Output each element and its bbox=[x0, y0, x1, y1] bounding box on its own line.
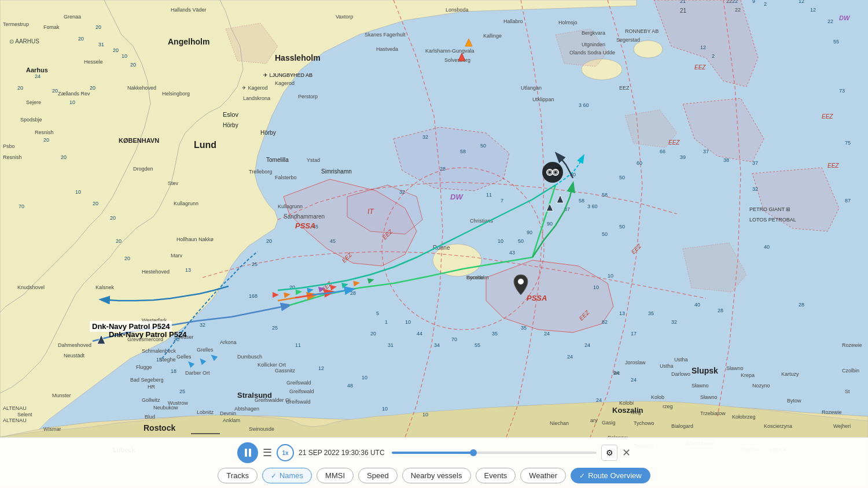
svg-text:⊙ AARHUS: ⊙ AARHUS bbox=[9, 38, 39, 45]
svg-text:24: 24 bbox=[596, 397, 602, 403]
svg-text:21: 21 bbox=[680, 0, 686, 4]
svg-text:21: 21 bbox=[680, 8, 687, 14]
svg-text:Utklippan: Utklippan bbox=[532, 97, 554, 102]
svg-text:Hessele: Hessele bbox=[84, 59, 103, 65]
svg-text:20: 20 bbox=[78, 36, 84, 42]
svg-text:10: 10 bbox=[362, 375, 367, 380]
filter-btn-tracks[interactable]: Tracks bbox=[218, 468, 258, 483]
svg-text:2: 2 bbox=[712, 53, 715, 59]
equalizer-icon[interactable]: ☰ bbox=[263, 446, 272, 459]
svg-text:12: 12 bbox=[318, 365, 324, 371]
svg-text:66: 66 bbox=[660, 149, 665, 154]
svg-text:HR: HR bbox=[148, 384, 155, 390]
svg-text:PSSA: PSSA bbox=[527, 294, 547, 302]
svg-text:Kalsnek: Kalsnek bbox=[95, 284, 115, 290]
timeline-thumb[interactable] bbox=[470, 449, 477, 456]
filter-label-mmsi: MMSI bbox=[325, 471, 345, 480]
svg-text:Kollicker Ort: Kollicker Ort bbox=[258, 362, 286, 368]
svg-text:24: 24 bbox=[584, 342, 590, 348]
svg-text:58: 58 bbox=[460, 149, 466, 154]
svg-text:Abtshagen: Abtshagen bbox=[234, 406, 259, 412]
svg-text:168: 168 bbox=[249, 293, 258, 299]
svg-text:Sławno: Sławno bbox=[692, 383, 709, 389]
svg-text:34: 34 bbox=[434, 342, 440, 348]
svg-text:28: 28 bbox=[718, 308, 723, 313]
filter-btn-names[interactable]: ✓Names bbox=[262, 468, 312, 483]
svg-text:Swinousde: Swinousde bbox=[249, 426, 274, 432]
svg-text:Niechan: Niechan bbox=[550, 420, 569, 426]
svg-text:Hörby: Hörby bbox=[223, 122, 238, 128]
svg-text:Hassleholm: Hassleholm bbox=[275, 53, 321, 62]
svg-text:Tychowo: Tychowo bbox=[634, 420, 654, 426]
svg-text:Steghe: Steghe bbox=[159, 357, 176, 363]
svg-text:Greifswalder Oi: Greifswalder Oi bbox=[255, 397, 290, 403]
svg-text:Hestehoved: Hestehoved bbox=[142, 269, 170, 275]
svg-text:Gollwitz: Gollwitz bbox=[142, 397, 160, 403]
svg-text:Grelles: Grelles bbox=[197, 347, 214, 353]
svg-text:Munster: Munster bbox=[52, 393, 71, 398]
svg-text:Kartuzy: Kartuzy bbox=[781, 371, 799, 377]
svg-text:Kagerod: Kagerod bbox=[275, 80, 295, 86]
svg-text:24: 24 bbox=[35, 73, 41, 79]
svg-text:40: 40 bbox=[764, 244, 770, 250]
svg-text:Vaxtorp: Vaxtorp bbox=[336, 14, 353, 20]
svg-text:Neustädt: Neustädt bbox=[64, 353, 85, 358]
timeline-bar[interactable] bbox=[392, 452, 597, 454]
svg-text:Landskrona: Landskrona bbox=[243, 95, 270, 101]
close-button[interactable]: ✕ bbox=[622, 448, 631, 458]
svg-text:EEZ: EEZ bbox=[668, 139, 680, 146]
svg-text:Bytow: Bytow bbox=[787, 398, 801, 404]
svg-text:Sandhammaren: Sandhammaren bbox=[284, 213, 325, 220]
svg-text:Hallabro: Hallabro bbox=[503, 19, 523, 24]
svg-text:Olands Sodra Udde: Olands Sodra Udde bbox=[569, 50, 615, 56]
settings-button[interactable]: ⚙ bbox=[601, 445, 617, 461]
svg-text:10: 10 bbox=[382, 406, 388, 412]
filter-btn-events[interactable]: Events bbox=[476, 468, 516, 483]
svg-point-3 bbox=[634, 40, 663, 58]
svg-text:Trzebiatow: Trzebiatow bbox=[700, 411, 726, 416]
svg-text:IT: IT bbox=[367, 208, 374, 216]
svg-text:Sławno: Sławno bbox=[700, 394, 718, 400]
speed-indicator: 1x bbox=[277, 444, 294, 461]
svg-text:Trelleborg: Trelleborg bbox=[249, 169, 272, 175]
svg-text:20: 20 bbox=[61, 154, 67, 160]
svg-text:Lobnitz: Lobnitz bbox=[197, 409, 214, 415]
svg-text:ary: ary bbox=[590, 417, 598, 423]
svg-text:13: 13 bbox=[185, 267, 191, 273]
svg-text:✈ LJUNGBYHED AB: ✈ LJUNGBYHED AB bbox=[263, 72, 312, 78]
svg-text:25: 25 bbox=[272, 325, 278, 331]
svg-text:Eslov: Eslov bbox=[223, 111, 238, 118]
svg-text:Tomelilla: Tomelilla bbox=[266, 157, 289, 163]
filter-label-events: Events bbox=[484, 471, 507, 480]
svg-text:Bialogard: Bialogard bbox=[671, 423, 693, 429]
filter-btn-route_overview[interactable]: ✓Route Overview bbox=[571, 468, 650, 483]
svg-text:Kołobrzeg: Kołobrzeg bbox=[732, 414, 756, 420]
svg-text:10: 10 bbox=[593, 284, 599, 290]
svg-text:24: 24 bbox=[567, 354, 573, 360]
svg-text:20: 20 bbox=[90, 85, 95, 91]
filter-btn-mmsi[interactable]: MMSI bbox=[317, 468, 354, 483]
svg-text:38: 38 bbox=[723, 157, 729, 163]
svg-text:Spodsbje: Spodsbje bbox=[20, 117, 42, 123]
filter-btn-nearby[interactable]: Nearby vessels bbox=[402, 468, 471, 483]
svg-text:32: 32 bbox=[422, 134, 428, 140]
pause-button[interactable] bbox=[237, 442, 258, 463]
svg-text:Bad Segeberg: Bad Segeberg bbox=[130, 377, 164, 383]
svg-text:Rozewie: Rozewie bbox=[842, 342, 862, 348]
filter-btn-speed[interactable]: Speed bbox=[358, 468, 398, 483]
svg-text:EEZ: EEZ bbox=[619, 85, 630, 91]
svg-text:Westerfark: Westerfark bbox=[142, 317, 167, 323]
svg-text:10: 10 bbox=[405, 319, 411, 325]
svg-text:20: 20 bbox=[17, 85, 23, 91]
svg-text:10: 10 bbox=[498, 238, 503, 244]
svg-text:DW: DW bbox=[450, 193, 464, 201]
svg-text:58: 58 bbox=[579, 198, 584, 204]
svg-text:EEZ: EEZ bbox=[827, 162, 839, 169]
svg-point-285 bbox=[518, 279, 524, 284]
svg-text:Greifswald: Greifswald bbox=[286, 380, 311, 386]
svg-text:31: 31 bbox=[98, 42, 104, 47]
filter-btn-weather[interactable]: Weather bbox=[520, 468, 566, 483]
svg-text:82: 82 bbox=[602, 319, 608, 325]
svg-text:20: 20 bbox=[93, 201, 98, 206]
svg-text:Ustha: Ustha bbox=[660, 363, 674, 369]
